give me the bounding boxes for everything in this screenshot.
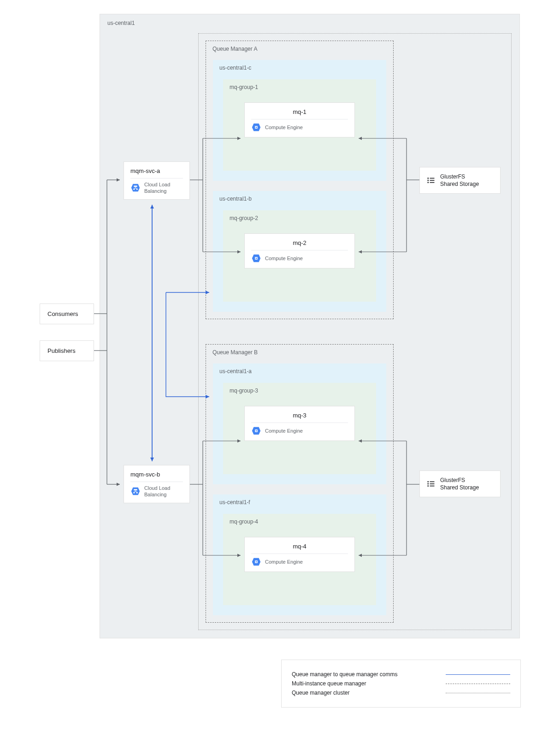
glusterfs-b-node: GlusterFSShared Storage [419, 470, 501, 497]
storage-list-icon [426, 479, 436, 488]
mq-4-node: mq-4 Compute Engine [244, 537, 355, 572]
legend-swatch-solid [446, 674, 510, 675]
legend-box: Queue manager to queue manager comms Mul… [281, 660, 521, 708]
svg-rect-32 [428, 486, 429, 487]
svg-point-2 [256, 127, 257, 128]
mq-2-node: mq-2 Compute Engine [244, 233, 355, 268]
compute-engine-icon [251, 253, 261, 263]
mq-1-title: mq-1 [251, 108, 348, 115]
consumers-node: Consumers [40, 304, 94, 324]
mq-4-title: mq-4 [251, 543, 348, 550]
mqm-svc-b-subtitle: Cloud Load Balancing [144, 485, 183, 498]
zone-label-c: us-central1-c [219, 65, 251, 71]
legend-swatch-dashed [446, 684, 510, 684]
svg-point-11 [256, 561, 257, 563]
legend-row3-label: Queue manager cluster [292, 690, 349, 696]
mq-4-subtitle: Compute Engine [265, 559, 303, 565]
compute-engine-icon [251, 426, 261, 436]
publishers-node: Publishers [40, 340, 94, 361]
svg-rect-28 [430, 180, 435, 181]
compute-engine-icon [251, 557, 261, 567]
svg-rect-15 [136, 189, 138, 190]
svg-rect-24 [428, 178, 429, 179]
svg-point-8 [256, 430, 257, 432]
glusterfs-a-line2: Shared Storage [440, 181, 479, 187]
svg-rect-30 [428, 481, 429, 482]
cloud-load-balancing-icon [130, 486, 141, 496]
mqm-svc-b-title: mqm-svc-b [130, 471, 183, 478]
zone-label-a: us-central1-a [219, 368, 252, 375]
legend-swatch-dotted [446, 693, 510, 693]
mq-3-subtitle: Compute Engine [265, 428, 303, 434]
mqm-svc-a-node: mqm-svc-a Cloud Load Balancing [124, 161, 190, 200]
mq-group-4-label: mq-group-4 [230, 518, 258, 525]
storage-list-icon [426, 176, 436, 185]
legend-row2-label: Multi-instance queue manager [292, 680, 366, 687]
mq-group-2-label: mq-group-2 [230, 215, 258, 221]
mq-2-subtitle: Compute Engine [265, 255, 303, 262]
svg-rect-26 [428, 182, 429, 184]
mqm-svc-b-node: mqm-svc-b Cloud Load Balancing [124, 465, 190, 503]
glusterfs-a-line1: GlusterFS [440, 173, 465, 180]
svg-point-5 [256, 258, 257, 259]
svg-rect-14 [133, 189, 135, 190]
mq-1-subtitle: Compute Engine [265, 124, 303, 131]
glusterfs-b-line2: Shared Storage [440, 484, 479, 491]
svg-rect-35 [430, 486, 435, 487]
svg-rect-19 [134, 489, 137, 491]
queue-manager-a-label: Queue Manager A [212, 46, 257, 52]
svg-rect-25 [428, 180, 429, 181]
zone-label-b: us-central1-b [219, 196, 252, 202]
zone-label-f: us-central1-f [219, 499, 250, 506]
mqm-svc-a-title: mqm-svc-a [130, 167, 183, 174]
mq-1-node: mq-1 Compute Engine [244, 102, 355, 137]
glusterfs-b-line1: GlusterFS [440, 477, 465, 483]
svg-rect-21 [136, 492, 138, 494]
svg-rect-34 [430, 483, 435, 484]
svg-rect-33 [430, 482, 435, 482]
svg-rect-31 [428, 483, 429, 485]
compute-engine-icon [251, 122, 261, 132]
legend-row1-label: Queue manager to queue manager comms [292, 671, 397, 678]
cloud-load-balancing-icon [130, 183, 141, 193]
mq-3-node: mq-3 Compute Engine [244, 406, 355, 441]
mq-group-1-label: mq-group-1 [230, 84, 258, 90]
mq-group-3-label: mq-group-3 [230, 387, 258, 394]
region-label: us-central1 [107, 20, 135, 26]
glusterfs-a-node: GlusterFSShared Storage [419, 167, 501, 194]
svg-rect-13 [134, 186, 137, 187]
queue-manager-b-label: Queue Manager B [212, 349, 258, 356]
mq-2-title: mq-2 [251, 239, 348, 246]
mq-3-title: mq-3 [251, 412, 348, 419]
mqm-svc-a-subtitle: Cloud Load Balancing [144, 181, 183, 195]
svg-rect-29 [430, 182, 435, 183]
svg-rect-20 [133, 492, 135, 494]
svg-rect-27 [430, 178, 435, 179]
